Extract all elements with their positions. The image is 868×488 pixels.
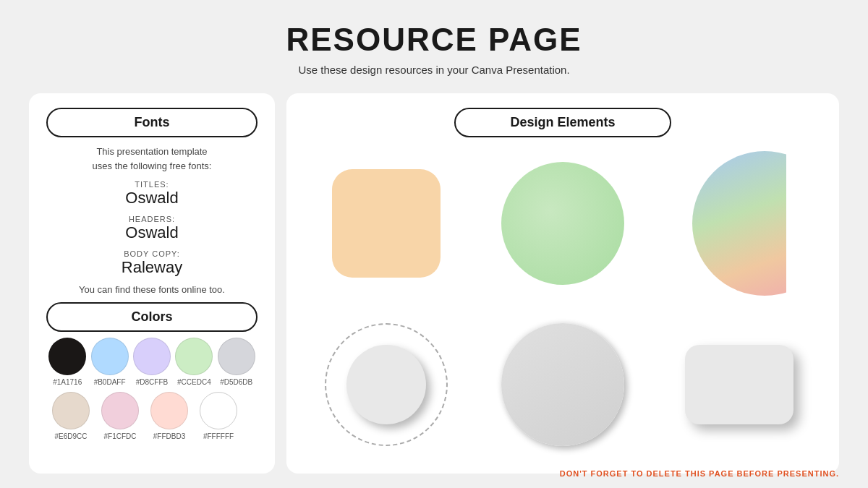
color-circle-black [48, 338, 86, 375]
color-circle-beige [52, 392, 90, 429]
hex-label-beige: #E6D9CC [54, 432, 87, 440]
green-circle [501, 162, 624, 285]
hex-label-lightblue: #B0DAFF [94, 378, 126, 386]
hex-label-pink: #F1CFDC [103, 432, 136, 440]
fonts-note: You can find these fonts online too. [46, 284, 258, 295]
neumorphic-circle [346, 345, 426, 424]
bottom-warning: DON'T FORGET TO DELETE THIS PAGE BEFORE … [560, 469, 839, 478]
gray-circle [501, 323, 624, 446]
dashed-circle [325, 323, 448, 446]
shape-gray-circle [480, 310, 645, 460]
color-circle-lavender [133, 338, 171, 375]
fonts-header: Fonts [46, 108, 258, 137]
titles-label: TITLES: [46, 180, 258, 189]
color-circle-green [175, 338, 213, 375]
peach-rounded-square [332, 169, 441, 278]
fonts-description: This presentation template uses the foll… [46, 145, 258, 173]
color-circle-salmon [150, 392, 188, 429]
color-circle-pink [101, 392, 139, 429]
page-subtitle: Use these design resources in your Canva… [298, 64, 569, 76]
colors-header: Colors [46, 302, 258, 332]
shape-dashed-circle [304, 310, 469, 460]
swatch-ffdbd3: #FFDBD3 [150, 392, 188, 440]
shape-peach-rounded-square [304, 149, 469, 299]
page-title: RESOURCE PAGE [286, 22, 582, 58]
gradient-halfcircle [692, 151, 786, 296]
body-font-entry: BODY COPY: Raleway [46, 249, 258, 277]
content-row: Fonts This presentation template uses th… [29, 93, 839, 474]
hex-label-lavender: #D8CFFB [136, 378, 168, 386]
swatch-ccedc4: #CCEDC4 [175, 338, 213, 386]
hex-label-green: #CCEDC4 [177, 378, 211, 386]
swatches-row-1: #1A1716 #B0DAFF #D8CFFB #CCEDC4 [46, 338, 258, 386]
color-circle-gray [218, 338, 255, 375]
hex-label-white: #FFFFFF [203, 432, 234, 440]
page-wrapper: RESOURCE PAGE Use these design resources… [0, 0, 868, 488]
shape-gradient-halfcircle [657, 149, 822, 299]
swatch-e6d9cc: #E6D9CC [52, 392, 90, 440]
swatch-d5d6db: #D5D6DB [218, 338, 255, 386]
hex-label-salmon: #FFDBD3 [153, 432, 185, 440]
design-elements-grid [304, 149, 822, 459]
left-panel: Fonts This presentation template uses th… [29, 93, 275, 474]
shape-green-circle [480, 149, 645, 299]
right-panel: Design Elements [286, 93, 839, 474]
hex-label-black: #1A1716 [53, 378, 82, 386]
neumorphic-rounded-square [685, 345, 793, 424]
color-circle-lightblue [91, 338, 129, 375]
body-label: BODY COPY: [46, 249, 258, 258]
swatch-ffffff: #FFFFFF [200, 392, 237, 440]
design-elements-header: Design Elements [454, 108, 671, 137]
hex-label-gray: #D5D6DB [220, 378, 252, 386]
swatch-d8cffb: #D8CFFB [133, 338, 171, 386]
swatch-1a1716: #1A1716 [48, 338, 86, 386]
headers-font-name: Oswald [46, 223, 258, 242]
gradient-halfcircle-inner [692, 151, 786, 296]
shape-neumorphic-square [657, 310, 822, 460]
swatches-row-2: #E6D9CC #F1CFDC #FFDBD3 #FFFFFF [46, 392, 258, 440]
color-circle-white [200, 392, 237, 429]
swatch-f1cfdc: #F1CFDC [101, 392, 139, 440]
headers-label: HEADERS: [46, 215, 258, 223]
titles-font-entry: TITLES: Oswald [46, 180, 258, 207]
headers-font-entry: HEADERS: Oswald [46, 215, 258, 242]
body-font-name: Raleway [46, 258, 258, 277]
swatch-b0daff: #B0DAFF [91, 338, 129, 386]
colors-section: Colors #1A1716 #B0DAFF #D8CFFB [46, 302, 258, 440]
titles-font-name: Oswald [46, 189, 258, 207]
